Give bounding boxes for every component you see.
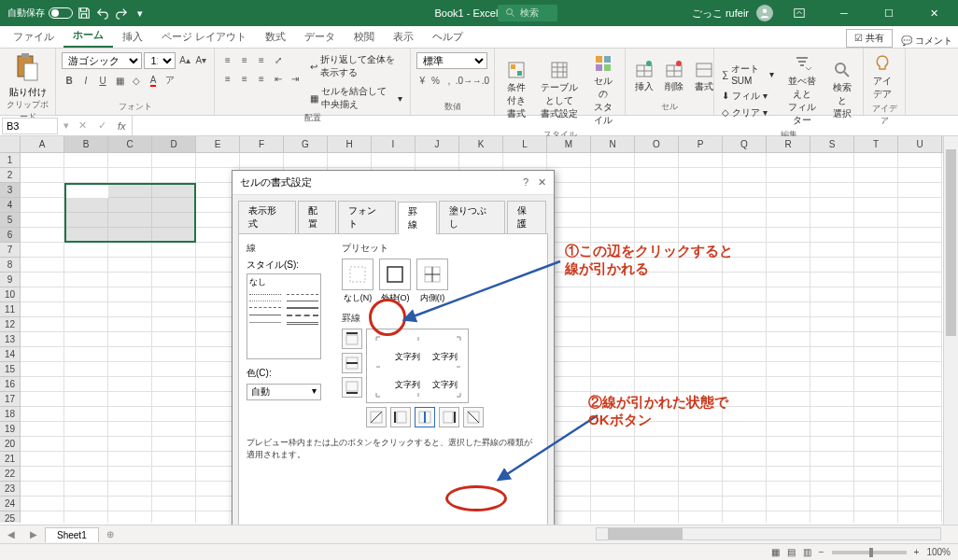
sheet-tab-1[interactable]: Sheet1: [45, 527, 99, 542]
cell[interactable]: [723, 511, 767, 523]
cell[interactable]: [723, 407, 767, 422]
cell[interactable]: [854, 317, 898, 332]
delete-cells-button[interactable]: 削除: [661, 58, 687, 95]
view-pagelayout-icon[interactable]: ▤: [787, 547, 796, 557]
cell[interactable]: [635, 452, 679, 467]
cell[interactable]: [679, 273, 723, 287]
zoom-slider[interactable]: [832, 551, 907, 554]
cell[interactable]: [854, 183, 898, 198]
align-middle-icon[interactable]: ≡: [237, 52, 252, 67]
cell[interactable]: [591, 317, 635, 332]
cell[interactable]: [21, 317, 64, 332]
cell[interactable]: [723, 467, 767, 482]
cell[interactable]: [635, 273, 679, 287]
cell[interactable]: [21, 168, 64, 183]
cell[interactable]: [679, 392, 723, 407]
cell[interactable]: [547, 153, 591, 168]
increase-font-icon[interactable]: A▴: [177, 52, 191, 67]
border-hmiddle-button[interactable]: [342, 353, 362, 373]
column-header[interactable]: D: [152, 136, 196, 152]
row-header[interactable]: 2: [0, 168, 21, 183]
italic-button[interactable]: I: [78, 73, 93, 88]
dialog-close-icon[interactable]: ✕: [538, 176, 546, 189]
cell[interactable]: [767, 153, 810, 168]
cell[interactable]: [108, 213, 152, 228]
cell[interactable]: [679, 228, 723, 243]
cell[interactable]: [21, 258, 64, 273]
preset-inside-button[interactable]: 内側(I): [416, 259, 448, 304]
cell[interactable]: [591, 243, 635, 258]
undo-icon[interactable]: [95, 6, 110, 21]
cancel-formula-icon[interactable]: ✕: [73, 119, 92, 132]
tab-help[interactable]: ヘルプ: [423, 26, 472, 48]
indent-decrease-icon[interactable]: ⇤: [271, 71, 286, 86]
cell[interactable]: [152, 332, 196, 347]
cell[interactable]: [679, 407, 723, 422]
comment-button[interactable]: 💬 コメント: [901, 35, 952, 48]
cell[interactable]: [591, 467, 635, 482]
cell[interactable]: [854, 287, 898, 302]
cell[interactable]: [108, 422, 152, 437]
cell[interactable]: [21, 347, 64, 362]
cell[interactable]: [21, 392, 64, 407]
cell[interactable]: [679, 497, 723, 511]
line-color-select[interactable]: 自動▾: [247, 384, 321, 400]
user-avatar-icon[interactable]: [756, 5, 773, 21]
autosum-button[interactable]: ∑ オート SUM ▾: [720, 62, 776, 87]
row-header[interactable]: 6: [0, 228, 21, 243]
cell[interactable]: [21, 213, 64, 228]
row-header[interactable]: 17: [0, 392, 21, 407]
cell[interactable]: [810, 302, 854, 317]
cell[interactable]: [810, 452, 854, 467]
cell[interactable]: [21, 467, 64, 482]
cell[interactable]: [21, 273, 64, 287]
column-header[interactable]: U: [898, 136, 942, 152]
ribbon-display-icon[interactable]: [781, 0, 818, 26]
cell[interactable]: [679, 482, 723, 497]
column-header[interactable]: P: [679, 136, 723, 152]
column-header[interactable]: I: [372, 136, 416, 152]
cell[interactable]: [108, 183, 152, 198]
cell[interactable]: [767, 302, 810, 317]
cell[interactable]: [723, 213, 767, 228]
row-header[interactable]: 23: [0, 482, 21, 497]
cell[interactable]: [108, 228, 152, 243]
column-header[interactable]: C: [108, 136, 152, 152]
align-right-icon[interactable]: ≡: [254, 71, 269, 86]
cell[interactable]: [591, 258, 635, 273]
cell[interactable]: [152, 287, 196, 302]
align-center-icon[interactable]: ≡: [237, 71, 252, 86]
cell[interactable]: [898, 302, 942, 317]
cell[interactable]: [898, 422, 942, 437]
cell[interactable]: [152, 213, 196, 228]
cell[interactable]: [591, 287, 635, 302]
cell[interactable]: [898, 482, 942, 497]
cell[interactable]: [854, 437, 898, 452]
cell[interactable]: [767, 392, 810, 407]
fill-button[interactable]: ⬇ フィル ▾: [720, 89, 776, 104]
cell[interactable]: [854, 273, 898, 287]
zoom-in-icon[interactable]: +: [914, 547, 920, 557]
zoom-out-icon[interactable]: −: [819, 547, 824, 557]
cell[interactable]: [64, 273, 108, 287]
wrap-text-button[interactable]: ↩ 折り返して全体を表示する: [308, 52, 404, 80]
row-header[interactable]: 11: [0, 302, 21, 317]
cell[interactable]: [108, 347, 152, 362]
cell[interactable]: [64, 482, 108, 497]
cell[interactable]: [21, 407, 64, 422]
cell[interactable]: [723, 482, 767, 497]
cell[interactable]: [898, 228, 942, 243]
cell[interactable]: [64, 377, 108, 392]
dialog-tab[interactable]: 保護: [507, 201, 546, 233]
cell[interactable]: [152, 168, 196, 183]
cell[interactable]: [810, 362, 854, 377]
tab-page-layout[interactable]: ページ レイアウト: [152, 26, 256, 48]
column-header[interactable]: N: [591, 136, 635, 152]
row-header[interactable]: 3: [0, 183, 21, 198]
cell[interactable]: [108, 273, 152, 287]
cell[interactable]: [152, 497, 196, 511]
cell[interactable]: [152, 482, 196, 497]
cell[interactable]: [898, 258, 942, 273]
cell[interactable]: [767, 407, 810, 422]
cell[interactable]: [723, 302, 767, 317]
